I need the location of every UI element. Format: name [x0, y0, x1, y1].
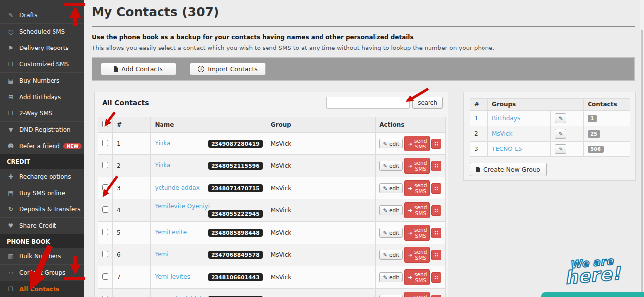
- group-name-link[interactable]: Birthdays: [492, 115, 520, 122]
- contact-name-link[interactable]: Yinka: [155, 140, 170, 147]
- edit-button[interactable]: ✎edit: [379, 228, 403, 238]
- grid-button[interactable]: ∷: [431, 250, 441, 260]
- chat-widget[interactable]: We are here!: [540, 258, 644, 284]
- row-checkbox[interactable]: [102, 273, 108, 280]
- row-checkbox[interactable]: [102, 184, 108, 191]
- folder-icon: ▱: [7, 269, 15, 276]
- row-checkbox[interactable]: [102, 229, 108, 235]
- row-number: 6: [113, 244, 151, 266]
- sidebar-item-dnd-registration[interactable]: ▼ DND Registration: [0, 122, 84, 138]
- send-sms-button[interactable]: ➜send SMS: [404, 136, 430, 151]
- group-number: 2: [470, 126, 488, 142]
- pencil-icon: ✎: [383, 230, 387, 236]
- contact-name-link[interactable]: Yinka: [155, 162, 170, 169]
- th-grid-icon: ∷: [434, 252, 438, 258]
- row-number: 5: [113, 222, 151, 244]
- contact-name-link[interactable]: yetunde addax: [155, 184, 199, 191]
- row-checkbox[interactable]: [102, 206, 108, 213]
- group-name-link[interactable]: TECNO-L5: [492, 146, 522, 152]
- edit-button[interactable]: ✎edit: [379, 272, 403, 282]
- grid-button[interactable]: ∷: [431, 183, 441, 194]
- column-header-num: #: [113, 117, 151, 133]
- sidebar-item-customized-sms[interactable]: ❒ Customized SMS: [0, 56, 84, 73]
- import-contacts-button[interactable]: ↓ Import Contacts: [190, 63, 266, 75]
- row-number: 1: [113, 133, 151, 155]
- file-icon: [114, 66, 118, 72]
- send-sms-button[interactable]: ➜send SMS: [404, 158, 430, 174]
- speech-bubble-icon: ❒: [7, 110, 15, 117]
- contact-name-link[interactable]: YemiLevite: [155, 229, 187, 236]
- sidebar-item-refer-a-friend[interactable]: ☻ Refer a friend NEW: [0, 138, 84, 154]
- row-checkbox[interactable]: [102, 251, 108, 257]
- search-input[interactable]: [326, 97, 410, 109]
- sidebar-item-buy-sms-online[interactable]: ▤ Buy SMS online: [0, 185, 84, 201]
- contact-name-link[interactable]: Yemi levites: [155, 273, 190, 280]
- group-number: 3: [470, 142, 488, 157]
- sidebar-item-drafts[interactable]: ✎ Drafts: [0, 7, 84, 24]
- contacts-count-badge: 1: [588, 115, 597, 122]
- sidebar-item-deposits-transfers[interactable]: ↻ Deposits & Transfers: [0, 201, 84, 218]
- send-sms-button[interactable]: ➜send SMS: [404, 269, 430, 285]
- sidebar-section-phone-book[interactable]: PHONE BOOK: [0, 234, 84, 248]
- group-name-link[interactable]: MsVick: [492, 130, 512, 137]
- sidebar-item-recharge-options[interactable]: ✚ Recharge options: [0, 169, 84, 185]
- sidebar-item-share-credit[interactable]: ♥ Share Credit: [0, 218, 84, 234]
- row-checkbox[interactable]: [102, 162, 108, 168]
- edit-button[interactable]: ✎edit: [379, 139, 403, 148]
- send-sms-button[interactable]: ➜send SMS: [404, 292, 430, 297]
- add-contacts-button[interactable]: Add Contacts: [101, 63, 176, 75]
- phone-badge: 2349087280419: [208, 140, 263, 148]
- search-button[interactable]: search: [412, 97, 443, 109]
- send-sms-button[interactable]: ➜send SMS: [404, 202, 430, 218]
- edit-button[interactable]: ✎edit: [379, 161, 403, 171]
- edit-button[interactable]: ✎edit: [379, 183, 403, 193]
- grid-button[interactable]: ∷: [431, 272, 441, 283]
- grid-button[interactable]: ∷: [431, 205, 441, 216]
- sidebar-section-credit[interactable]: CREDIT: [0, 154, 84, 169]
- row-number: 4: [113, 199, 151, 222]
- group-edit-button[interactable]: ✎: [555, 129, 566, 139]
- sidebar-item-add-birthdays[interactable]: ⊞ Add Birthdays: [0, 89, 84, 105]
- grid-button[interactable]: ∷: [431, 139, 441, 149]
- send-sms-button[interactable]: ➜send SMS: [404, 247, 430, 263]
- sidebar-item-bulk-numbers[interactable]: ▥ Bulk Numbers: [0, 248, 84, 265]
- row-number: 2: [113, 155, 151, 177]
- pencil-icon: ✎: [558, 131, 563, 137]
- group-edit-button[interactable]: ✎: [555, 144, 566, 154]
- select-all-checkbox[interactable]: [102, 121, 108, 127]
- sidebar-item-contact-groups[interactable]: ▱ Contact Groups: [0, 265, 84, 281]
- sidebar-item-label: All Contacts: [19, 286, 59, 293]
- sidebar-item-label: CREDIT: [7, 158, 30, 165]
- group-cell: MsVick: [267, 133, 375, 155]
- sidebar-item-buy-numbers[interactable]: ▤ Buy Numbers: [0, 73, 84, 89]
- import-contacts-label: Import Contacts: [208, 65, 258, 73]
- edit-button[interactable]: ✎edit: [379, 205, 403, 215]
- sidebar-item-scheduled-sms[interactable]: ◷ Scheduled SMS: [0, 24, 84, 40]
- chat-widget-bar[interactable]: [541, 292, 644, 297]
- contact-name-link[interactable]: Yemilevite Oyeniyi: [155, 203, 210, 210]
- table-row: 1 Yinka 2349087280419 MsVick ✎edit: [98, 133, 446, 155]
- new-badge: NEW: [63, 143, 82, 149]
- send-sms-button[interactable]: ➜send SMS: [404, 180, 430, 196]
- create-group-button[interactable]: Create New Group: [470, 163, 547, 176]
- column-header-group: Group: [267, 117, 375, 133]
- grid-button[interactable]: ∷: [431, 295, 441, 297]
- sidebar-item-all-contacts[interactable]: ❐ All Contacts: [0, 281, 84, 297]
- contact-name-link[interactable]: Yemi: [155, 251, 168, 258]
- grid-button[interactable]: ∷: [431, 161, 441, 171]
- sidebar-item-2-way-sms[interactable]: ❒ 2-Way SMS: [0, 105, 84, 122]
- send-sms-button[interactable]: ➜send SMS: [404, 225, 430, 241]
- grid-button[interactable]: ∷: [431, 228, 441, 238]
- row-checkbox[interactable]: [102, 140, 108, 146]
- edit-button[interactable]: ✎edit: [379, 295, 403, 297]
- sidebar-item-sent-messages[interactable]: ✉ Sent Messages: [0, 0, 84, 7]
- group-row: 1 Birthdays ✎ 1: [470, 111, 630, 126]
- refresh-icon: ↻: [7, 206, 15, 213]
- edit-button[interactable]: ✎edit: [379, 250, 403, 260]
- group-edit-button[interactable]: ✎: [555, 113, 566, 123]
- th-grid-icon: ∷: [434, 141, 438, 147]
- sidebar-item-delivery-reports[interactable]: ⚑ Delivery Reports: [0, 40, 84, 56]
- phone-badge: 2348055222945: [208, 210, 263, 218]
- column-header-actions: Actions: [376, 117, 446, 133]
- speech-bubble-icon: ❒: [7, 61, 15, 68]
